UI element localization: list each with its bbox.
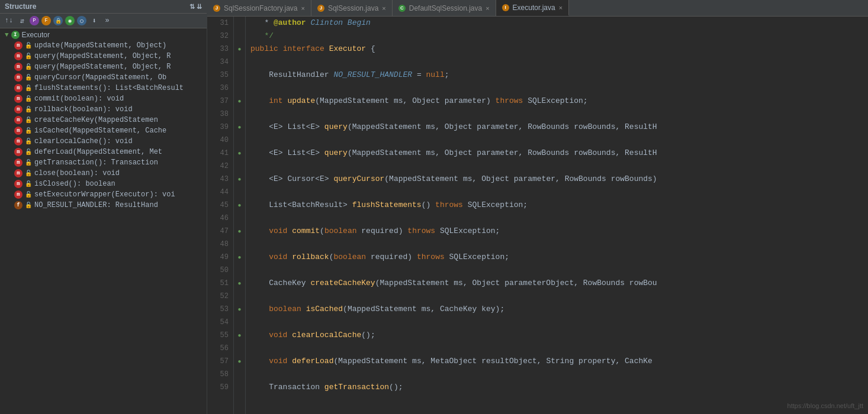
- method-icon: m: [14, 73, 22, 82]
- code-line-33: public interface Executor {: [250, 43, 863, 56]
- tab-label-sqlsession: SqlSession.java: [328, 4, 378, 12]
- code-line-47: void commit(boolean required) throws SQL…: [250, 225, 863, 238]
- method-icon: m: [14, 116, 22, 124]
- code-line-51: CacheKey createCacheKey(MappedStatement …: [250, 277, 863, 290]
- code-line-57: void deferLoad(MappedStatement ms, MetaO…: [250, 355, 863, 368]
- visibility-icon: 🔓: [25, 85, 32, 92]
- code-line-43: <E> Cursor<E> queryCursor(MappedStatemen…: [250, 173, 863, 186]
- tab-sqlsession[interactable]: J SqlSession.java ×: [311, 0, 393, 16]
- toolbar-icon-circle[interactable]: ◯: [77, 16, 86, 25]
- visibility-icon: 🔓: [25, 53, 32, 60]
- list-item[interactable]: m 🔓 query(MappedStatement, Object, R: [0, 62, 207, 72]
- code-area[interactable]: 31 32 33 34 35 36 37 38 39 40 41 42 43 4…: [207, 17, 868, 414]
- code-line-36: [250, 82, 863, 95]
- code-line-58: [250, 368, 863, 381]
- code-content[interactable]: * @author Clinton Begin */ public interf…: [246, 17, 868, 414]
- panel-header-icons: ⇅ ⇊: [189, 3, 202, 11]
- visibility-icon: 🔓: [25, 127, 32, 134]
- sort-icon[interactable]: ⇅: [189, 3, 195, 11]
- editor-container: J SqlSessionFactory.java × J SqlSession.…: [207, 0, 868, 414]
- toolbar-icon-down[interactable]: ⬇: [89, 15, 99, 26]
- interface-icon: I: [11, 31, 20, 39]
- code-line-52: [250, 290, 863, 303]
- method-icon: m: [14, 41, 22, 50]
- code-line-42: [250, 160, 863, 173]
- list-item[interactable]: m 🔓 queryCursor(MappedStatement, Ob: [0, 72, 207, 83]
- visibility-icon: 🔓: [25, 191, 32, 198]
- tab-label-defaultsqlsession: DefaultSqlSession.java: [409, 4, 482, 12]
- list-item[interactable]: m 🔓 commit(boolean): void: [0, 93, 207, 104]
- tab-sqlfactory[interactable]: J SqlSessionFactory.java ×: [207, 0, 311, 16]
- code-line-50: [250, 264, 863, 277]
- code-line-59: Transaction getTransaction();: [250, 381, 863, 394]
- panel-title: Structure: [5, 2, 36, 11]
- visibility-icon: 🔓: [25, 95, 32, 102]
- toolbar-more[interactable]: »: [102, 15, 112, 26]
- collapse-all-btn[interactable]: ↑↓: [4, 15, 14, 26]
- list-item[interactable]: m 🔓 rollback(boolean): void: [0, 104, 207, 115]
- watermark: https://blog.csdn.net/uft_jtt: [787, 402, 863, 409]
- visibility-icon: 🔓: [25, 180, 32, 187]
- root-label: Executor: [22, 31, 50, 39]
- tree-root-item[interactable]: ▼ I Executor: [0, 30, 207, 40]
- structure-tree: ▼ I Executor m 🔓 update(MappedStatement,…: [0, 28, 207, 414]
- list-item[interactable]: m 🔓 deferLoad(MappedStatement, Met: [0, 147, 207, 157]
- list-item[interactable]: m 🔓 createCacheKey(MappedStatemen: [0, 115, 207, 125]
- list-item[interactable]: m 🔓 close(boolean): void: [0, 168, 207, 179]
- list-item[interactable]: f 🔓 NO_RESULT_HANDLER: ResultHand: [0, 200, 207, 211]
- code-line-32: */: [250, 30, 863, 43]
- visibility-icon: 🔓: [25, 202, 32, 209]
- expand-arrow: ▼: [5, 31, 9, 38]
- line-numbers: 31 32 33 34 35 36 37 38 39 40 41 42 43 4…: [207, 17, 234, 414]
- code-line-55: void clearLocalCache();: [250, 329, 863, 342]
- code-line-44: [250, 186, 863, 199]
- visibility-icon: 🔓: [25, 106, 32, 113]
- list-item[interactable]: m 🔓 clearLocalCache(): void: [0, 136, 207, 147]
- list-item[interactable]: m 🔓 setExecutorWrapper(Executor): voi: [0, 189, 207, 200]
- toolbar-icon-p[interactable]: P: [30, 16, 39, 25]
- code-line-56: [250, 342, 863, 355]
- list-item[interactable]: m 🔓 isCached(MappedStatement, Cache: [0, 125, 207, 136]
- code-line-41: <E> List<E> query(MappedStatement ms, Ob…: [250, 147, 863, 160]
- visibility-icon: 🔓: [25, 170, 32, 177]
- list-item[interactable]: m 🔓 query(MappedStatement, Object, R: [0, 51, 207, 62]
- method-icon: m: [14, 159, 22, 167]
- list-item[interactable]: m 🔓 getTransaction(): Transaction: [0, 157, 207, 168]
- tab-close-executor[interactable]: ×: [559, 4, 562, 11]
- code-line-48: [250, 238, 863, 251]
- tab-executor[interactable]: I Executor.java ×: [496, 0, 569, 16]
- tab-close-sqlsession[interactable]: ×: [382, 5, 385, 12]
- panel-toolbar: ↑↓ ⇵ P F 🔒 ◉ ◯ ⬇ »: [0, 14, 207, 28]
- method-icon: m: [14, 169, 22, 177]
- tab-defaultsqlsession[interactable]: C DefaultSqlSession.java ×: [393, 0, 496, 16]
- list-item[interactable]: m 🔓 isClosed(): boolean: [0, 179, 207, 189]
- code-line-31: * @author Clinton Begin: [250, 17, 863, 30]
- toolbar-icon-class[interactable]: ◉: [65, 16, 75, 25]
- expand-all-btn[interactable]: ⇵: [17, 15, 27, 26]
- method-icon: m: [14, 52, 22, 60]
- visibility-icon: 🔓: [25, 42, 32, 49]
- method-icon: m: [14, 127, 22, 135]
- tab-icon-sqlfactory: J: [213, 5, 220, 12]
- tab-label-sqlfactory: SqlSessionFactory.java: [224, 4, 298, 12]
- code-line-37: int update(MappedStatement ms, Object pa…: [250, 95, 863, 108]
- gutter: ● ● ● ● ● ● ● ● ● ● ● ●: [234, 17, 246, 414]
- code-line-35: ResultHandler NO_RESULT_HANDLER = null;: [250, 69, 863, 82]
- code-line-40: [250, 134, 863, 147]
- tab-close-sqlfactory[interactable]: ×: [301, 5, 305, 12]
- toolbar-icon-lock[interactable]: 🔒: [53, 16, 63, 25]
- filter-icon[interactable]: ⇊: [197, 3, 202, 11]
- code-line-53: boolean isCached(MappedStatement ms, Cac…: [250, 303, 863, 316]
- visibility-icon: 🔓: [25, 74, 32, 81]
- method-icon: m: [14, 63, 22, 71]
- tab-close-defaultsqlsession[interactable]: ×: [486, 5, 489, 12]
- method-icon: m: [14, 190, 22, 199]
- list-item[interactable]: m 🔓 update(MappedStatement, Object): [0, 40, 207, 51]
- toolbar-icon-f[interactable]: F: [41, 16, 51, 25]
- visibility-icon: 🔓: [25, 63, 32, 70]
- method-icon: m: [14, 105, 22, 114]
- list-item[interactable]: m 🔓 flushStatements(): List<BatchResult: [0, 83, 207, 93]
- structure-panel: Structure ⇅ ⇊ ↑↓ ⇵ P F 🔒 ◉ ◯ ⬇ » ▼ I Exe…: [0, 0, 207, 414]
- tab-icon-executor: I: [502, 4, 509, 11]
- code-line-38: [250, 108, 863, 121]
